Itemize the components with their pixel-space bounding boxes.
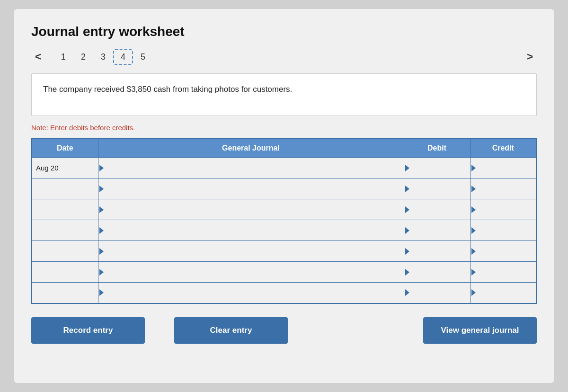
arrow-indicator	[471, 206, 476, 213]
arrow-indicator	[99, 269, 104, 276]
gj-cell-5[interactable]	[98, 262, 404, 283]
debit-input-2[interactable]	[408, 199, 468, 220]
record-entry-button[interactable]: Record entry	[31, 317, 145, 344]
gj-cell-4[interactable]	[98, 241, 404, 262]
credit-input-2[interactable]	[474, 199, 534, 220]
gj-cell-1[interactable]	[98, 178, 404, 199]
view-general-journal-button[interactable]: View general journal	[423, 317, 537, 344]
step-3[interactable]: 3	[93, 49, 113, 65]
note-text: Note: Enter debits before credits.	[31, 124, 537, 132]
arrow-indicator	[99, 248, 104, 255]
table-row	[32, 220, 536, 241]
step-5[interactable]: 5	[133, 49, 153, 65]
navigation-row: < 1 2 3 4 5 >	[31, 49, 537, 65]
credit-input-1[interactable]	[474, 178, 534, 199]
buttons-row: Record entry Clear entry View general jo…	[31, 317, 537, 344]
credit-cell-6[interactable]	[470, 283, 536, 303]
credit-input-4[interactable]	[474, 241, 534, 261]
arrow-indicator	[405, 186, 409, 192]
header-general-journal: General Journal	[98, 139, 404, 158]
credit-input-5[interactable]	[474, 262, 534, 282]
credit-input-0[interactable]	[474, 158, 534, 178]
prev-arrow[interactable]: <	[31, 49, 45, 65]
gj-input-1[interactable]	[102, 178, 402, 199]
credit-cell-3[interactable]	[470, 220, 536, 241]
date-cell-0[interactable]: Aug 20	[32, 158, 98, 178]
arrow-indicator	[471, 227, 476, 234]
arrow-indicator	[405, 165, 409, 171]
header-date: Date	[32, 139, 98, 158]
gj-cell-3[interactable]	[98, 220, 404, 241]
date-cell-5[interactable]	[32, 262, 98, 283]
arrow-indicator	[99, 165, 104, 171]
gj-input-3[interactable]	[102, 220, 402, 241]
gj-input-0[interactable]	[102, 158, 402, 178]
arrow-indicator	[99, 206, 104, 213]
arrow-indicator	[405, 227, 409, 234]
debit-cell-6[interactable]	[404, 283, 470, 303]
page-title: Journal entry worksheet	[31, 24, 537, 39]
table-row: Aug 20	[32, 158, 536, 178]
debit-cell-2[interactable]	[404, 199, 470, 220]
credit-cell-0[interactable]	[470, 158, 536, 178]
header-debit: Debit	[404, 139, 470, 158]
arrow-indicator	[405, 289, 409, 296]
table-row	[32, 283, 536, 303]
description-box: The company received $3,850 cash from ta…	[31, 73, 537, 116]
table-row	[32, 262, 536, 283]
table-row	[32, 241, 536, 262]
debit-cell-3[interactable]	[404, 220, 470, 241]
credit-cell-5[interactable]	[470, 262, 536, 283]
step-4[interactable]: 4	[113, 49, 133, 65]
date-cell-3[interactable]	[32, 220, 98, 241]
next-arrow[interactable]: >	[523, 49, 537, 65]
gj-input-5[interactable]	[102, 262, 402, 282]
debit-cell-4[interactable]	[404, 241, 470, 262]
table-row	[32, 178, 536, 199]
arrow-indicator	[405, 248, 409, 255]
header-credit: Credit	[470, 139, 536, 158]
arrow-indicator	[471, 269, 476, 276]
description-text: The company received $3,850 cash from ta…	[43, 85, 292, 94]
gj-input-4[interactable]	[102, 241, 402, 261]
gj-input-2[interactable]	[102, 199, 402, 220]
arrow-indicator	[99, 227, 104, 234]
debit-cell-1[interactable]	[404, 178, 470, 199]
arrow-indicator	[471, 165, 476, 171]
credit-cell-4[interactable]	[470, 241, 536, 262]
debit-input-5[interactable]	[408, 262, 468, 282]
debit-cell-0[interactable]	[404, 158, 470, 178]
debit-input-3[interactable]	[408, 220, 468, 241]
date-cell-4[interactable]	[32, 241, 98, 262]
date-cell-2[interactable]	[32, 199, 98, 220]
credit-input-6[interactable]	[474, 283, 534, 303]
arrow-indicator	[471, 248, 476, 255]
journal-table: Date General Journal Debit Credit Aug 20	[31, 138, 537, 304]
gj-cell-6[interactable]	[98, 283, 404, 303]
step-1[interactable]: 1	[53, 49, 73, 65]
debit-input-1[interactable]	[408, 178, 468, 199]
gj-input-6[interactable]	[102, 283, 402, 303]
debit-input-4[interactable]	[408, 241, 468, 261]
debit-input-6[interactable]	[408, 283, 468, 303]
clear-entry-button[interactable]: Clear entry	[174, 317, 288, 344]
date-cell-6[interactable]	[32, 283, 98, 303]
arrow-indicator	[471, 289, 476, 296]
debit-cell-5[interactable]	[404, 262, 470, 283]
gj-cell-2[interactable]	[98, 199, 404, 220]
worksheet-container: Journal entry worksheet < 1 2 3 4 5 > Th…	[14, 9, 554, 383]
credit-cell-1[interactable]	[470, 178, 536, 199]
arrow-indicator	[405, 269, 409, 276]
step-2[interactable]: 2	[73, 49, 93, 65]
arrow-indicator	[471, 186, 476, 192]
credit-cell-2[interactable]	[470, 199, 536, 220]
arrow-indicator	[99, 289, 104, 296]
table-row	[32, 199, 536, 220]
arrow-indicator	[405, 206, 409, 213]
arrow-indicator	[99, 186, 104, 192]
gj-cell-0[interactable]	[98, 158, 404, 178]
debit-input-0[interactable]	[408, 158, 468, 178]
date-cell-1[interactable]	[32, 178, 98, 199]
credit-input-3[interactable]	[474, 220, 534, 241]
